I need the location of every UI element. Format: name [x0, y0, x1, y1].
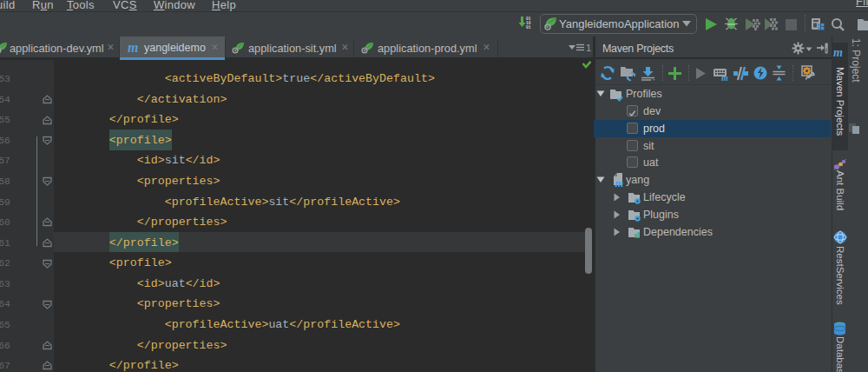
svg-text:m: m: [615, 178, 623, 189]
svg-text:m: m: [721, 73, 728, 81]
svg-text:01: 01: [526, 25, 531, 30]
